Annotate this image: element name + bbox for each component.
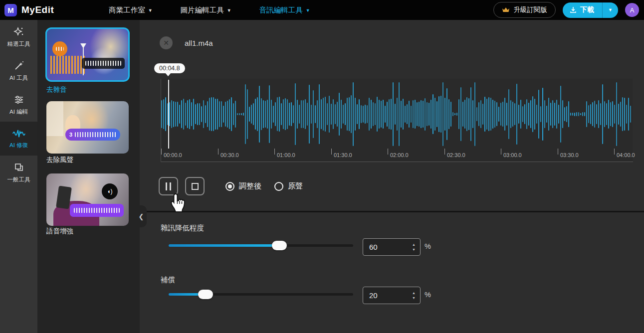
- playhead-time-tooltip: 00:04.8: [154, 63, 185, 73]
- ruler-tick-label: 02:30.0: [447, 152, 465, 158]
- tool-label-denoise[interactable]: 去雜音: [46, 85, 67, 94]
- noise-reduction-spinbox: ▲ ▼: [363, 238, 421, 256]
- avatar[interactable]: A: [625, 3, 639, 17]
- noise-reduction-slider[interactable]: [169, 244, 353, 247]
- download-icon: [570, 6, 577, 13]
- radio-adjusted-label: 調整後: [239, 181, 261, 191]
- sidebar-item-ai-tools[interactable]: AI 工具: [0, 54, 37, 88]
- sidebar-item-ai-edit[interactable]: AI 編輯: [0, 88, 37, 122]
- compensation-slider[interactable]: [169, 293, 353, 296]
- ruler-tick-label: 01:00.0: [277, 152, 295, 158]
- sidebar-item-label: 精選工具: [7, 40, 30, 48]
- layers-copy-icon: [13, 162, 24, 173]
- slider-thumb[interactable]: [272, 241, 287, 250]
- noise-reduction-label: 雜訊降低程度: [161, 223, 204, 233]
- wind-removal-pill-graphic: 3: [65, 129, 120, 141]
- sidebar-item-label: AI 工具: [9, 74, 28, 82]
- tool-label-remove-wind[interactable]: 去除風聲: [46, 156, 73, 165]
- file-name: all1.m4a: [185, 39, 213, 47]
- nav-image-tools[interactable]: 圖片編輯工具 ▼: [181, 5, 231, 15]
- sidebar-item-label: 一般工具: [7, 176, 30, 183]
- denoise-badge-icon: [52, 41, 67, 56]
- chevron-down-icon: ▼: [148, 8, 153, 13]
- percent-label: %: [425, 242, 431, 250]
- ruler-tick-label: 00:00.0: [164, 152, 182, 158]
- waveform-panel[interactable]: 00:00.0 00:30.0 01:00.0 01:30.0 02:00.0 …: [161, 79, 633, 162]
- wind-badge-number: 3: [69, 132, 72, 138]
- myedit-logo[interactable]: M MyEdit: [4, 4, 54, 16]
- sparkle-icon: [13, 26, 24, 37]
- top-navbar: M MyEdit 商業工作室 ▼ 圖片編輯工具 ▼ 音訊編輯工具 ▼ 升級訂閱版: [0, 0, 644, 20]
- ruler-tick-label: 03:00.0: [503, 152, 522, 158]
- sidebar-item-label: AI 修復: [9, 142, 28, 149]
- tool-card-denoise[interactable]: [46, 28, 129, 81]
- ruler-tick-label: 04:00.0: [617, 152, 635, 158]
- radio-adjusted[interactable]: 調整後: [225, 181, 261, 191]
- nav-right-group: 升級訂閱版 下載 ▼ A: [493, 2, 639, 18]
- waveform-pill-graphic: [70, 204, 124, 217]
- chevron-down-icon: ▼: [227, 8, 231, 13]
- stop-button[interactable]: [185, 177, 205, 195]
- pause-icon: [166, 182, 167, 190]
- sidebar-item-ai-restore[interactable]: AI 修復: [0, 122, 37, 156]
- tool-list-panel: 去雜音 3 去除風聲 ◖) 語音增強: [37, 20, 140, 333]
- equalizer-bars-graphic: [50, 56, 85, 74]
- transport-controls: 調整後 原聲: [159, 177, 303, 195]
- compensation-label: 補償: [161, 275, 175, 285]
- collapse-panel-handle[interactable]: ❮: [136, 205, 147, 227]
- audio-waveform: [161, 82, 633, 147]
- sidebar-item-general-tools[interactable]: 一般工具: [0, 156, 37, 189]
- pause-button[interactable]: [159, 177, 178, 195]
- download-split-button: 下載 ▼: [563, 2, 618, 18]
- spinner-up-icon[interactable]: ▲: [412, 243, 416, 246]
- category-sidebar: 精選工具 AI 工具 AI 編輯 AI 修復 一般工具: [0, 20, 37, 333]
- editor-main: ✕ all1.m4a 00:04.8 00:00.0 00:30.0 01:00…: [140, 20, 644, 333]
- chevron-left-icon: ❮: [139, 213, 144, 220]
- slider-thumb[interactable]: [198, 290, 213, 299]
- download-button[interactable]: 下載: [563, 2, 602, 18]
- spinner-arrows[interactable]: ▲ ▼: [412, 292, 420, 300]
- crown-icon: [502, 7, 510, 13]
- download-label: 下載: [580, 5, 594, 14]
- close-file-button[interactable]: ✕: [160, 36, 173, 49]
- playhead-line[interactable]: [168, 80, 169, 149]
- sliders-icon: [13, 94, 24, 105]
- upgrade-subscription-button[interactable]: 升級訂閱版: [493, 2, 556, 18]
- section-divider: [140, 211, 644, 212]
- upgrade-label: 升級訂閱版: [514, 5, 548, 14]
- speaker-badge-icon: ◖): [102, 183, 118, 199]
- slider-fill: [169, 244, 279, 247]
- audio-waveform-icon: [12, 129, 25, 139]
- tool-card-voice-enhance[interactable]: ◖): [46, 173, 129, 226]
- nav-business-studio-label: 商業工作室: [109, 5, 145, 15]
- percent-label: %: [425, 291, 431, 299]
- building-graphic: [46, 101, 63, 136]
- magic-wand-icon: [13, 60, 24, 71]
- stop-icon: [192, 183, 199, 190]
- spinner-down-icon[interactable]: ▼: [412, 297, 416, 300]
- waveform-pill-graphic: [82, 58, 125, 69]
- spinner-down-icon[interactable]: ▼: [412, 248, 416, 251]
- nav-menus: 商業工作室 ▼ 圖片編輯工具 ▼ 音訊編輯工具 ▼: [109, 5, 310, 15]
- radio-original[interactable]: 原聲: [274, 181, 303, 191]
- compensation-input[interactable]: [363, 291, 412, 300]
- ruler-tick-label: 01:30.0: [334, 152, 352, 158]
- spinner-arrows[interactable]: ▲ ▼: [412, 243, 420, 251]
- chevron-down-icon: ▼: [608, 7, 613, 12]
- tool-label-voice-enhance[interactable]: 語音增強: [46, 227, 73, 236]
- nav-business-studio[interactable]: 商業工作室 ▼: [109, 5, 152, 15]
- chevron-down-icon: ▼: [306, 8, 310, 13]
- pause-icon: [170, 182, 171, 190]
- myedit-logo-icon: M: [4, 4, 17, 16]
- nav-image-tools-label: 圖片編輯工具: [181, 5, 224, 15]
- nav-audio-tools[interactable]: 音訊編輯工具 ▼: [259, 5, 310, 15]
- radio-selected-icon: [225, 182, 234, 191]
- time-ruler: 00:00.0 00:30.0 01:00.0 01:30.0 02:00.0 …: [161, 149, 633, 162]
- ruler-tick-label: 00:30.0: [220, 152, 239, 158]
- spinner-up-icon[interactable]: ▲: [412, 292, 416, 295]
- tool-card-remove-wind[interactable]: 3: [46, 101, 129, 154]
- download-options-button[interactable]: ▼: [602, 2, 618, 18]
- nav-audio-tools-label: 音訊編輯工具: [259, 5, 303, 15]
- sidebar-item-featured-tools[interactable]: 精選工具: [0, 20, 37, 54]
- noise-reduction-input[interactable]: [363, 243, 412, 251]
